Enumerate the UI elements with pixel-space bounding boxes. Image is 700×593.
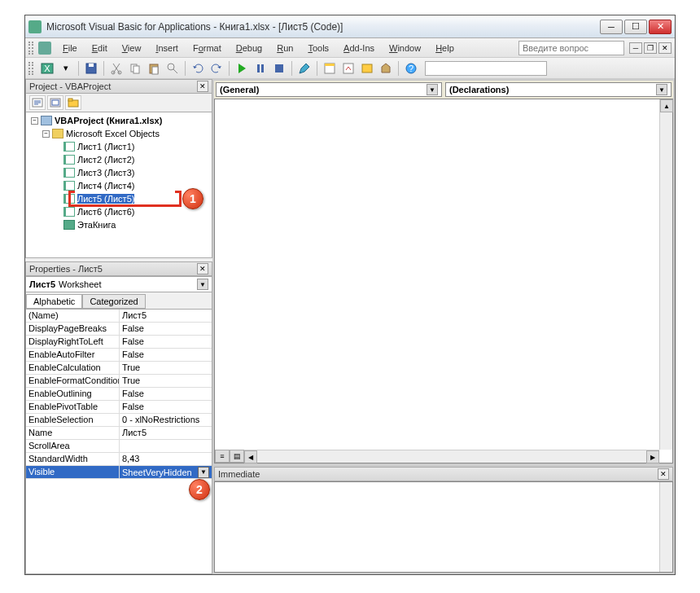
procedure-combo[interactable]: (Declarations) ▼	[445, 82, 672, 97]
mdi-restore[interactable]: ❐	[644, 42, 657, 54]
toolbar-search-input[interactable]	[425, 61, 547, 76]
property-value[interactable]: SheetVeryHidden▼	[120, 466, 212, 478]
horizontal-scrollbar[interactable]: ◀ ▶	[244, 450, 659, 463]
project-explorer-button[interactable]	[322, 60, 338, 77]
run-button[interactable]	[234, 60, 250, 77]
menu-file[interactable]: File	[56, 41, 84, 55]
property-row[interactable]: NameЛист5	[26, 427, 212, 440]
properties-grid[interactable]: (Name)Лист5DisplayPageBreaksFalseDisplay…	[25, 309, 212, 574]
tree-sheet[interactable]: Лист4 (Лист4)	[28, 179, 210, 192]
property-value[interactable]: False	[120, 336, 212, 348]
dropdown-arrow-icon[interactable]: ▼	[427, 84, 438, 95]
toolbox-button[interactable]	[378, 60, 394, 77]
menu-run[interactable]: Run	[270, 41, 300, 55]
find-button[interactable]	[164, 60, 181, 77]
tab-alphabetic[interactable]: Alphabetic	[26, 294, 82, 309]
properties-panel-header[interactable]: Properties - Лист5 ✕	[25, 261, 212, 276]
mdi-close[interactable]: ✕	[658, 42, 672, 54]
insert-dropdown[interactable]: ▾	[58, 60, 74, 77]
full-module-view-button[interactable]: ▤	[230, 450, 244, 463]
menu-addins[interactable]: Add-Ins	[337, 41, 381, 55]
property-row[interactable]: VisibleSheetVeryHidden▼	[26, 466, 212, 479]
property-value[interactable]: False	[120, 349, 212, 361]
design-mode-button[interactable]	[296, 60, 313, 77]
project-panel-close[interactable]: ✕	[197, 81, 208, 92]
dropdown-arrow-icon[interactable]: ▼	[656, 84, 667, 95]
tree-sheet[interactable]: Лист1 (Лист1)	[28, 140, 210, 153]
immediate-panel-header[interactable]: Immediate ✕	[214, 467, 673, 481]
vertical-scrollbar[interactable]	[659, 482, 672, 572]
property-row[interactable]: ScrollArea	[26, 440, 212, 453]
menu-format[interactable]: Format	[186, 41, 228, 55]
tree-sheet-selected[interactable]: Лист5 (Лист5) 1	[28, 192, 210, 205]
maximize-button[interactable]: ☐	[624, 20, 647, 34]
dropdown-arrow-icon[interactable]: ▼	[198, 467, 209, 478]
property-value[interactable]: Лист5	[120, 310, 212, 322]
property-row[interactable]: EnableSelection0 - xlNoRestrictions	[26, 414, 212, 427]
object-combo[interactable]: (General) ▼	[216, 82, 442, 97]
property-row[interactable]: EnableCalculationTrue	[26, 362, 212, 375]
scroll-up-icon[interactable]: ▲	[660, 99, 673, 112]
excel-icon[interactable]	[38, 42, 51, 55]
break-button[interactable]	[252, 60, 269, 77]
property-row[interactable]: DisplayRightToLeftFalse	[26, 336, 212, 349]
properties-object-combo[interactable]: Лист5 Worksheet ▼	[25, 276, 212, 292]
property-value[interactable]: False	[120, 388, 212, 400]
tree-sheet[interactable]: Лист3 (Лист3)	[28, 166, 210, 179]
menu-view[interactable]: View	[116, 41, 148, 55]
project-tree[interactable]: − VBAProject (Книга1.xlsx) − Microsoft E…	[25, 112, 212, 258]
tab-categorized[interactable]: Categorized	[82, 294, 145, 309]
menubar-grip[interactable]	[28, 42, 33, 55]
property-row[interactable]: EnableOutliningFalse	[26, 388, 212, 401]
property-value[interactable]: False	[120, 323, 212, 335]
property-value[interactable]: 8,43	[120, 453, 212, 465]
menu-edit[interactable]: Edit	[85, 41, 114, 55]
paste-button[interactable]	[146, 60, 162, 77]
property-value[interactable]: True	[120, 375, 212, 387]
collapse-icon[interactable]: −	[31, 117, 38, 125]
menu-help[interactable]: Help	[429, 41, 461, 55]
properties-panel-close[interactable]: ✕	[197, 263, 208, 275]
reset-button[interactable]	[271, 60, 287, 77]
scroll-left-icon[interactable]: ◀	[244, 450, 257, 463]
property-value[interactable]: Лист5	[120, 427, 212, 439]
property-value[interactable]: 0 - xlNoRestrictions	[120, 414, 212, 426]
view-code-button[interactable]	[29, 95, 46, 110]
cut-button[interactable]	[108, 60, 125, 77]
menu-window[interactable]: Window	[383, 41, 427, 55]
property-row[interactable]: StandardWidth8,43	[26, 453, 212, 466]
close-button[interactable]: ✕	[649, 20, 672, 34]
view-excel-button[interactable]: X	[39, 60, 55, 77]
immediate-input[interactable]	[214, 481, 673, 573]
property-row[interactable]: (Name)Лист5	[26, 310, 212, 323]
toggle-folders-button[interactable]	[65, 95, 81, 110]
object-browser-button[interactable]	[359, 60, 375, 77]
copy-button[interactable]	[127, 60, 143, 77]
menu-tools[interactable]: Tools	[301, 41, 335, 55]
procedure-view-button[interactable]: ≡	[215, 450, 230, 463]
tree-folder[interactable]: − Microsoft Excel Objects	[28, 127, 210, 140]
mdi-minimize[interactable]: ─	[629, 42, 642, 54]
properties-window-button[interactable]	[340, 60, 357, 77]
redo-button[interactable]	[208, 60, 225, 77]
ask-question-input[interactable]	[518, 41, 624, 55]
menu-insert[interactable]: Insert	[149, 41, 185, 55]
vertical-scrollbar[interactable]: ▲	[659, 99, 672, 450]
property-value[interactable]	[120, 440, 212, 452]
property-row[interactable]: DisplayPageBreaksFalse	[26, 323, 212, 336]
menu-debug[interactable]: Debug	[230, 41, 269, 55]
view-object-button[interactable]	[47, 95, 63, 110]
property-value[interactable]: True	[120, 362, 212, 374]
titlebar[interactable]: Microsoft Visual Basic for Applications …	[25, 15, 675, 38]
toolbar-grip[interactable]	[28, 62, 33, 75]
tree-sheet[interactable]: Лист6 (Лист6)	[28, 205, 210, 218]
property-row[interactable]: EnablePivotTableFalse	[26, 401, 212, 414]
scroll-right-icon[interactable]: ▶	[646, 450, 659, 463]
undo-button[interactable]	[190, 60, 206, 77]
tree-sheet[interactable]: Лист2 (Лист2)	[28, 153, 210, 166]
tree-root[interactable]: − VBAProject (Книга1.xlsx)	[28, 114, 210, 127]
property-value[interactable]: False	[120, 401, 212, 413]
help-button[interactable]: ?	[403, 60, 419, 77]
save-button[interactable]	[83, 60, 99, 77]
minimize-button[interactable]: ─	[600, 20, 623, 34]
